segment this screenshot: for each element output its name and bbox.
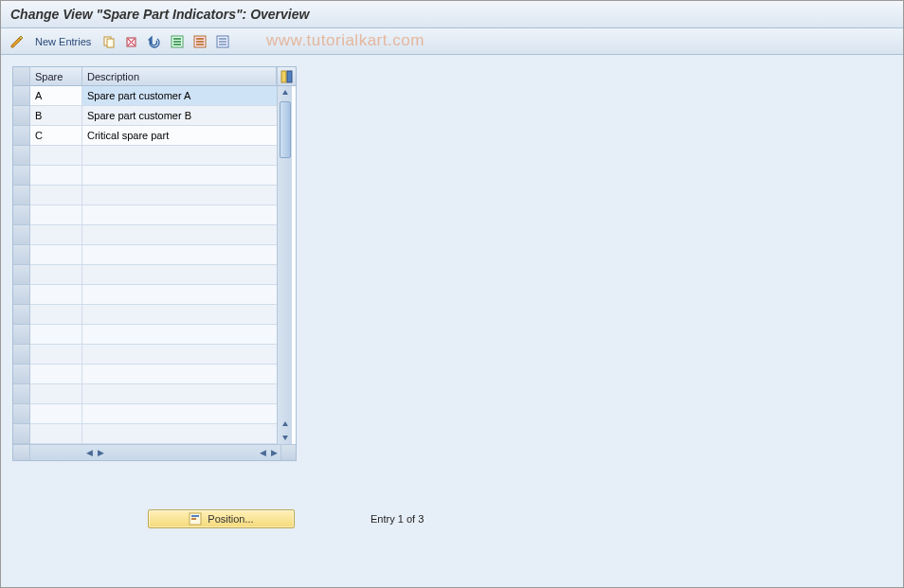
cell-description[interactable] bbox=[82, 345, 277, 365]
undo-change-icon[interactable] bbox=[146, 33, 163, 50]
table-row[interactable]: ASpare part customer A bbox=[13, 86, 277, 106]
cell-spare[interactable]: C bbox=[30, 126, 82, 146]
scroll-left-end-icon[interactable]: ◀ bbox=[258, 448, 267, 457]
cell-description[interactable]: Spare part customer A bbox=[82, 86, 277, 106]
cell-description[interactable] bbox=[82, 384, 277, 404]
row-selector[interactable] bbox=[13, 305, 30, 325]
scroll-up-icon[interactable] bbox=[279, 86, 292, 99]
cell-spare[interactable] bbox=[30, 245, 82, 265]
vertical-scrollbar[interactable] bbox=[277, 86, 292, 444]
cell-spare[interactable] bbox=[30, 166, 82, 186]
cell-spare[interactable] bbox=[30, 285, 82, 305]
row-selector[interactable] bbox=[13, 106, 30, 126]
table-row[interactable]: BSpare part customer B bbox=[13, 106, 277, 126]
row-selector[interactable] bbox=[13, 265, 30, 285]
cell-spare[interactable]: B bbox=[30, 106, 82, 126]
row-selector[interactable] bbox=[13, 225, 30, 245]
table-row[interactable]: CCritical spare part bbox=[13, 126, 277, 146]
table-row[interactable] bbox=[13, 265, 277, 285]
scroll-right-icon[interactable]: ▶ bbox=[96, 448, 105, 457]
table-row[interactable] bbox=[13, 424, 277, 444]
table-row[interactable] bbox=[13, 305, 277, 325]
row-selector[interactable] bbox=[13, 285, 30, 305]
table-row[interactable] bbox=[13, 205, 277, 225]
select-block-icon[interactable] bbox=[191, 33, 208, 50]
toggle-display-change-icon[interactable] bbox=[9, 33, 26, 50]
table-row[interactable] bbox=[13, 325, 277, 345]
cell-spare[interactable] bbox=[30, 146, 82, 166]
row-selector[interactable] bbox=[13, 186, 30, 205]
cell-description[interactable] bbox=[82, 305, 277, 325]
table-row[interactable] bbox=[13, 186, 277, 205]
table-row[interactable] bbox=[13, 365, 277, 384]
cell-description[interactable] bbox=[82, 424, 277, 444]
scroll-down-icon[interactable] bbox=[279, 431, 292, 444]
main-content: Spare Description ASpare part customer A… bbox=[1, 55, 903, 588]
cell-description[interactable]: Critical spare part bbox=[82, 126, 277, 146]
table-row[interactable] bbox=[13, 285, 277, 305]
row-selector[interactable] bbox=[13, 345, 30, 365]
table-row[interactable] bbox=[13, 225, 277, 245]
row-selector[interactable] bbox=[13, 86, 30, 106]
cell-spare[interactable] bbox=[30, 404, 82, 424]
row-selector[interactable] bbox=[13, 424, 30, 444]
row-selector[interactable] bbox=[13, 325, 30, 345]
table-row[interactable] bbox=[13, 384, 277, 404]
cell-spare[interactable] bbox=[30, 384, 82, 404]
cell-spare[interactable] bbox=[30, 424, 82, 444]
cell-spare[interactable] bbox=[30, 365, 82, 384]
cell-description[interactable]: Spare part customer B bbox=[82, 106, 277, 126]
svg-rect-21 bbox=[191, 518, 196, 520]
table-row[interactable] bbox=[13, 345, 277, 365]
table-settings-icon[interactable] bbox=[277, 67, 296, 86]
cell-spare[interactable] bbox=[30, 345, 82, 365]
table-row[interactable] bbox=[13, 245, 277, 265]
svg-rect-6 bbox=[173, 38, 181, 40]
table-row[interactable] bbox=[13, 146, 277, 166]
svg-rect-14 bbox=[219, 38, 226, 40]
cell-description[interactable] bbox=[82, 404, 277, 424]
row-selector[interactable] bbox=[13, 365, 30, 384]
scroll-left-icon[interactable]: ◀ bbox=[84, 448, 94, 457]
row-selector[interactable] bbox=[13, 146, 30, 166]
row-selector[interactable] bbox=[13, 126, 30, 146]
cell-spare[interactable] bbox=[30, 225, 82, 245]
row-selector[interactable] bbox=[13, 205, 30, 225]
deselect-all-icon[interactable] bbox=[214, 33, 231, 50]
cell-description[interactable] bbox=[82, 285, 277, 305]
column-spare[interactable]: Spare bbox=[30, 67, 82, 86]
svg-rect-10 bbox=[196, 38, 204, 40]
cell-spare[interactable] bbox=[30, 305, 82, 325]
scroll-thumb[interactable] bbox=[280, 101, 291, 158]
copy-as-icon[interactable] bbox=[100, 33, 118, 50]
cell-description[interactable] bbox=[82, 186, 277, 205]
cell-description[interactable] bbox=[82, 365, 277, 384]
column-selector[interactable] bbox=[13, 67, 30, 86]
new-entries-button[interactable]: New Entries bbox=[31, 34, 95, 49]
cell-description[interactable] bbox=[82, 245, 277, 265]
cell-description[interactable] bbox=[82, 166, 277, 186]
scroll-right-end-icon[interactable]: ▶ bbox=[269, 448, 279, 457]
select-all-icon[interactable] bbox=[169, 33, 186, 50]
table-row[interactable] bbox=[13, 166, 277, 186]
cell-description[interactable] bbox=[82, 146, 277, 166]
cell-spare[interactable] bbox=[30, 325, 82, 345]
cell-spare[interactable] bbox=[30, 265, 82, 285]
cell-spare[interactable] bbox=[30, 186, 82, 205]
cell-spare[interactable]: A bbox=[30, 86, 82, 106]
row-selector[interactable] bbox=[13, 166, 30, 186]
cell-spare[interactable] bbox=[30, 205, 82, 225]
scroll-down-icon[interactable] bbox=[279, 418, 292, 431]
row-selector[interactable] bbox=[13, 384, 30, 404]
cell-description[interactable] bbox=[82, 325, 277, 345]
table-row[interactable] bbox=[13, 404, 277, 424]
row-selector[interactable] bbox=[13, 245, 30, 265]
cell-description[interactable] bbox=[82, 265, 277, 285]
cell-description[interactable] bbox=[82, 205, 277, 225]
horizontal-scrollbar[interactable]: ◀ ▶ ◀ ▶ bbox=[13, 444, 296, 460]
row-selector[interactable] bbox=[13, 404, 30, 424]
cell-description[interactable] bbox=[82, 225, 277, 245]
position-button[interactable]: Position... bbox=[148, 509, 295, 528]
column-description[interactable]: Description bbox=[82, 67, 277, 86]
delete-icon[interactable] bbox=[123, 33, 140, 50]
